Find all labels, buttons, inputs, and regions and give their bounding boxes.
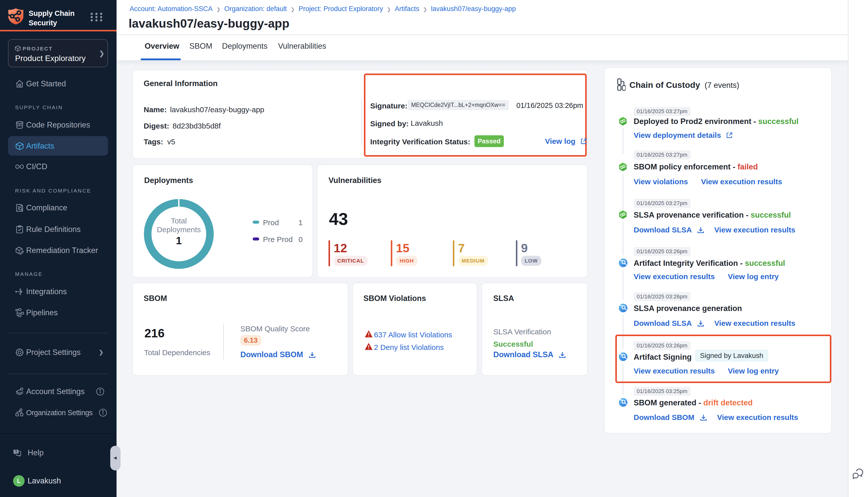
svg-text:?: ? <box>15 449 17 454</box>
